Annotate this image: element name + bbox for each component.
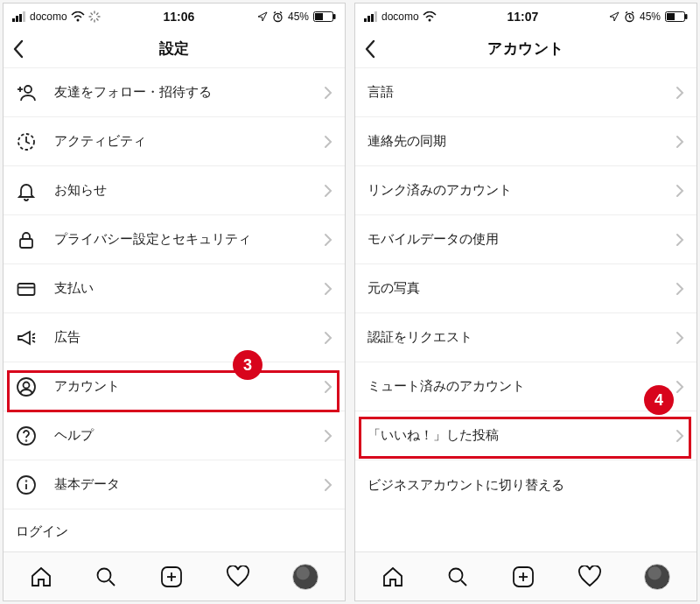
svg-rect-51	[667, 13, 675, 20]
carrier-label: docomo	[30, 11, 67, 23]
activity-icon	[16, 131, 42, 152]
svg-point-21	[24, 86, 32, 93]
row-label: モバイルデータの使用	[368, 231, 676, 248]
svg-rect-3	[23, 11, 25, 22]
svg-rect-0	[12, 18, 15, 22]
row-label: 連絡先の同期	[368, 133, 676, 150]
svg-point-29	[24, 382, 30, 388]
account-icon	[16, 376, 42, 397]
tab-create[interactable]	[159, 565, 184, 589]
chevron-right-icon	[676, 380, 684, 394]
wifi-icon	[71, 11, 85, 22]
svg-line-36	[109, 580, 115, 586]
row-contacts-sync[interactable]: 連絡先の同期	[355, 117, 696, 166]
chevron-right-icon	[324, 380, 332, 394]
chevron-right-icon	[324, 331, 332, 345]
row-payments[interactable]: 支払い	[4, 264, 345, 313]
row-ads[interactable]: 広告	[4, 313, 345, 362]
row-cellular-data[interactable]: モバイルデータの使用	[355, 215, 696, 264]
row-notifications[interactable]: お知らせ	[4, 166, 345, 215]
row-follow-invite[interactable]: 友達をフォロー・招待する	[4, 68, 345, 117]
row-label: 支払い	[54, 280, 324, 297]
chevron-right-icon	[676, 184, 684, 198]
chevron-right-icon	[676, 331, 684, 345]
row-label: 「いいね！」した投稿	[368, 427, 676, 444]
row-label: 広告	[54, 329, 324, 346]
lock-icon	[16, 229, 42, 250]
add-user-icon	[16, 82, 42, 103]
chevron-right-icon	[676, 429, 684, 443]
bell-icon	[16, 180, 42, 201]
row-account[interactable]: アカウント	[4, 362, 345, 411]
tab-bar	[355, 551, 696, 600]
svg-rect-41	[368, 16, 370, 22]
row-login-cutoff: ログイン	[4, 509, 345, 551]
alarm-icon	[272, 11, 284, 23]
card-icon	[16, 278, 42, 299]
row-privacy-security[interactable]: プライバシー設定とセキュリティ	[4, 215, 345, 264]
chevron-right-icon	[676, 282, 684, 296]
row-linked-accounts[interactable]: リンク済みのアカウント	[355, 166, 696, 215]
tab-activity[interactable]	[226, 565, 250, 588]
row-label: ビジネスアカウントに切り替える	[368, 477, 684, 494]
row-activity[interactable]: アクティビティ	[4, 117, 345, 166]
help-icon	[16, 425, 42, 446]
tab-profile[interactable]	[644, 564, 670, 590]
loading-icon	[88, 11, 101, 23]
row-original-photos[interactable]: 元の写真	[355, 264, 696, 313]
battery-icon	[313, 11, 336, 22]
signal-icon	[364, 11, 378, 22]
tab-activity[interactable]	[578, 565, 602, 588]
row-posts-liked[interactable]: 「いいね！」した投稿	[355, 411, 696, 460]
svg-rect-40	[364, 18, 367, 22]
page-title: 設定	[159, 39, 190, 59]
tab-home[interactable]	[30, 565, 52, 588]
back-button[interactable]	[364, 39, 376, 59]
row-label: 元の写真	[368, 280, 676, 297]
location-icon	[609, 11, 620, 22]
svg-rect-26	[18, 284, 35, 295]
wifi-icon	[423, 11, 437, 22]
megaphone-icon	[16, 327, 42, 348]
chevron-right-icon	[324, 86, 332, 100]
svg-point-44	[428, 19, 430, 22]
svg-point-4	[76, 19, 79, 22]
chevron-right-icon	[324, 478, 332, 492]
row-label: リンク済みのアカウント	[368, 182, 676, 199]
row-label: 友達をフォロー・招待する	[54, 84, 324, 101]
settings-list: 友達をフォロー・招待する アクティビティ お知らせ プライバシー設定とセキュリテ…	[4, 68, 345, 551]
row-label: ヘルプ	[54, 427, 324, 444]
svg-rect-20	[333, 14, 336, 19]
status-time: 11:07	[507, 10, 538, 24]
alarm-icon	[624, 11, 635, 23]
row-request-verification[interactable]: 認証をリクエスト	[355, 313, 696, 362]
svg-rect-2	[19, 14, 22, 22]
tab-profile[interactable]	[292, 564, 318, 590]
chevron-right-icon	[676, 233, 684, 247]
row-label: 認証をリクエスト	[368, 329, 676, 346]
row-switch-business[interactable]: ビジネスアカウントに切り替える	[355, 460, 696, 509]
row-label: 基本データ	[54, 476, 324, 493]
svg-rect-25	[20, 239, 32, 248]
account-list: 言語 連絡先の同期 リンク済みのアカウント モバイルデータの使用 元の写真 認証…	[355, 68, 696, 551]
svg-point-53	[450, 568, 463, 581]
tab-search[interactable]	[94, 565, 117, 588]
row-language[interactable]: 言語	[355, 68, 696, 117]
row-about[interactable]: 基本データ	[4, 460, 345, 509]
row-label: 言語	[368, 84, 676, 101]
battery-icon	[665, 11, 688, 22]
navbar: アカウント	[355, 30, 696, 68]
avatar-icon	[644, 564, 670, 590]
svg-line-6	[96, 13, 97, 14]
tab-create[interactable]	[511, 565, 536, 589]
back-button[interactable]	[12, 39, 24, 59]
location-icon	[257, 11, 268, 22]
svg-line-54	[461, 580, 466, 586]
carrier-label: docomo	[382, 11, 419, 23]
navbar: 設定	[4, 30, 345, 68]
tab-home[interactable]	[382, 565, 404, 588]
row-help[interactable]: ヘルプ	[4, 411, 345, 460]
svg-line-12	[91, 13, 92, 14]
tab-search[interactable]	[446, 565, 469, 588]
svg-line-48	[626, 11, 627, 13]
